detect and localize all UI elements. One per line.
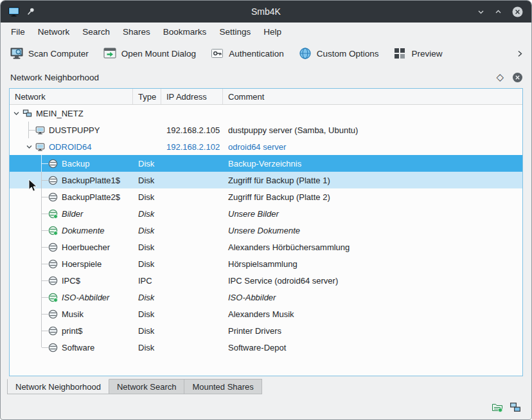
tree-row-backup[interactable]: BackupDiskBackup-Verzeichnis bbox=[10, 155, 522, 172]
toolbar-button-label: Preview bbox=[411, 49, 442, 59]
tab-mounted-shares[interactable]: Mounted Shares bbox=[184, 379, 262, 394]
cell-network: Hoerspiele bbox=[10, 255, 133, 272]
dock-close-icon[interactable] bbox=[512, 72, 523, 83]
cell-ip-address bbox=[161, 155, 223, 172]
dock-title: Network Neighborhood bbox=[10, 73, 496, 82]
cell-network: DUSTPUPPY bbox=[10, 122, 133, 138]
entry-name: Bilder bbox=[62, 209, 83, 219]
tree-row-iso-abbilder[interactable]: ISO-AbbilderDiskISO-Abbilder bbox=[10, 289, 522, 306]
column-header-type[interactable]: Type bbox=[133, 89, 161, 104]
entry-name: Software bbox=[62, 343, 94, 352]
tree-guide bbox=[35, 155, 48, 172]
menu-item-file[interactable]: File bbox=[4, 24, 31, 39]
cell-type: IPC bbox=[133, 272, 161, 289]
column-header-comment[interactable]: Comment bbox=[223, 89, 522, 104]
tree-row-bilder[interactable]: BilderDiskUnsere Bilder bbox=[10, 205, 522, 222]
menu-item-settings[interactable]: Settings bbox=[213, 24, 257, 39]
tree-row-print[interactable]: print$DiskPrinter Drivers bbox=[10, 322, 522, 339]
tree-guide bbox=[22, 322, 35, 339]
toolbar-button-custom-options[interactable]: Custom Options bbox=[297, 44, 380, 63]
tree-guide bbox=[35, 239, 48, 255]
tree-row-hoerspiele[interactable]: HoerspieleDiskHörspielsammlung bbox=[10, 255, 522, 272]
menu-item-help[interactable]: Help bbox=[257, 24, 288, 39]
share-icon bbox=[48, 259, 58, 269]
cell-type: Disk bbox=[133, 339, 161, 356]
tree-guide bbox=[22, 339, 35, 356]
toolbar-button-authentication[interactable]: Authentication bbox=[209, 44, 285, 63]
minimize-button[interactable] bbox=[477, 8, 485, 16]
entry-name: ODROID64 bbox=[49, 142, 91, 152]
tree-row-software[interactable]: SoftwareDiskSoftware-Depot bbox=[10, 339, 522, 356]
share-icon bbox=[48, 159, 58, 169]
expander-icon[interactable] bbox=[10, 105, 22, 122]
cell-type bbox=[133, 105, 161, 122]
tree-row-ipc[interactable]: IPC$IPCIPC Service (odroid64 server) bbox=[10, 272, 522, 289]
tree-guide bbox=[10, 222, 22, 239]
column-header-ip-address[interactable]: IP Address bbox=[161, 89, 223, 104]
entry-name: DUSTPUPPY bbox=[49, 125, 100, 135]
tab-network-neighborhood[interactable]: Network Neighborhood bbox=[7, 379, 109, 394]
cell-comment: Unsere Dokumente bbox=[223, 222, 522, 239]
tab-network-search[interactable]: Network Search bbox=[109, 379, 184, 394]
cell-comment: Software-Depot bbox=[223, 339, 522, 356]
cell-ip-address bbox=[161, 188, 223, 205]
tree-row-hoerbuecher[interactable]: HoerbuecherDiskAlexanders Hörbüchersamml… bbox=[10, 239, 522, 255]
server-icon bbox=[35, 125, 45, 135]
toolbar-button-scan-computer[interactable]: Scan Computer bbox=[8, 44, 90, 63]
entry-name: BackupPlatte1$ bbox=[62, 176, 120, 185]
smb4k-window: Smb4K FileNetworkSearchSharesBookmarksSe… bbox=[0, 0, 532, 420]
cell-comment: Zugriff für Backup (Platte 1) bbox=[223, 172, 522, 188]
tree-guide bbox=[22, 239, 35, 255]
expander-icon[interactable] bbox=[22, 138, 35, 155]
app-icon bbox=[8, 7, 19, 17]
toolbar-overflow-button[interactable] bbox=[515, 50, 524, 58]
toolbar-button-preview[interactable]: Preview bbox=[391, 44, 443, 63]
tree-row-backupplatte1[interactable]: BackupPlatte1$DiskZugriff für Backup (Pl… bbox=[10, 172, 522, 188]
cell-network: ODROID64 bbox=[10, 138, 133, 155]
tree-row-backupplatte2[interactable]: BackupPlatte2$DiskZugriff für Backup (Pl… bbox=[10, 188, 522, 205]
titlebar[interactable]: Smb4K bbox=[1, 1, 531, 23]
column-header-network[interactable]: Network bbox=[10, 89, 133, 104]
cell-comment: Hörspielsammlung bbox=[223, 255, 522, 272]
entry-name: print$ bbox=[62, 326, 83, 336]
cell-comment: dustpuppy server (Samba, Ubuntu) bbox=[223, 122, 522, 138]
menu-item-network[interactable]: Network bbox=[31, 24, 76, 39]
cell-ip-address bbox=[161, 205, 223, 222]
tree-guide bbox=[35, 255, 48, 272]
tree-row-dustpuppy[interactable]: DUSTPUPPY192.168.2.105dustpuppy server (… bbox=[10, 122, 522, 138]
float-diamond-icon[interactable]: ◇ bbox=[496, 71, 504, 83]
tree-guide bbox=[10, 122, 22, 138]
cell-network: print$ bbox=[10, 322, 133, 339]
tree-row-odroid64[interactable]: ODROID64192.168.2.102odroid64 server bbox=[10, 138, 522, 155]
maximize-button[interactable] bbox=[494, 8, 502, 16]
menu-item-bookmarks[interactable]: Bookmarks bbox=[157, 24, 213, 39]
entry-name: MEIN_NETZ bbox=[36, 109, 84, 118]
entry-name: Dokumente bbox=[62, 226, 104, 235]
tree-guide bbox=[10, 205, 22, 222]
cell-network: BackupPlatte1$ bbox=[10, 172, 133, 188]
menu-item-search[interactable]: Search bbox=[76, 24, 116, 39]
cell-comment: Alexanders Musik bbox=[223, 306, 522, 322]
menu-item-shares[interactable]: Shares bbox=[116, 24, 157, 39]
cell-comment: Unsere Bilder bbox=[223, 205, 522, 222]
entry-name: Hoerbuecher bbox=[62, 242, 110, 252]
tree-guide bbox=[35, 322, 48, 339]
cell-type: Disk bbox=[133, 239, 161, 255]
cell-ip-address bbox=[161, 172, 223, 188]
entry-name: ISO-Abbilder bbox=[62, 293, 109, 302]
share-icon bbox=[48, 176, 58, 185]
pin-icon[interactable] bbox=[26, 7, 35, 16]
tree-row-mein-netz[interactable]: MEIN_NETZ bbox=[10, 105, 522, 122]
tree-rows: MEIN_NETZDUSTPUPPY192.168.2.105dustpuppy… bbox=[10, 105, 522, 376]
tree-guide bbox=[22, 188, 35, 205]
authentication-icon bbox=[210, 46, 224, 60]
tree-row-musik[interactable]: MusikDiskAlexanders Musik bbox=[10, 306, 522, 322]
cell-type: Disk bbox=[133, 155, 161, 172]
entry-name: Musik bbox=[62, 309, 84, 319]
cell-comment: Printer Drivers bbox=[223, 322, 522, 339]
tree-row-dokumente[interactable]: DokumenteDiskUnsere Dokumente bbox=[10, 222, 522, 239]
close-button[interactable] bbox=[511, 6, 524, 18]
tree-guide bbox=[10, 289, 22, 306]
tree-guide bbox=[35, 289, 48, 306]
toolbar-button-open-mount-dialog[interactable]: Open Mount Dialog bbox=[102, 44, 197, 63]
